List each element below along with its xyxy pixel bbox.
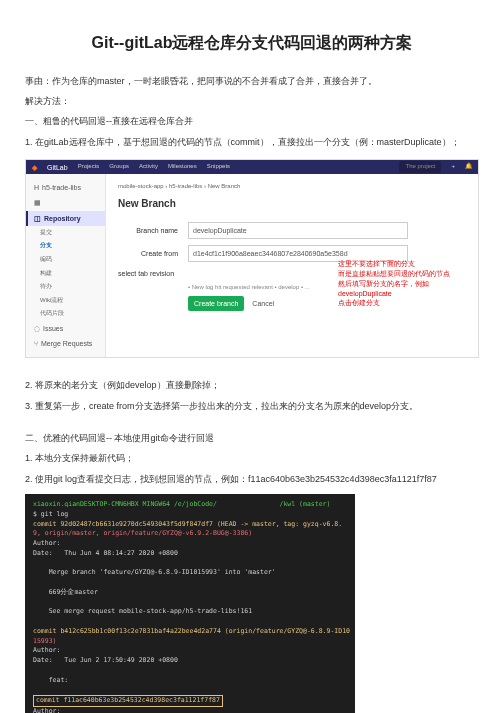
term-line (33, 598, 347, 608)
gitlab-main: mobile-stock-app › h5-trade-libs › New B… (106, 174, 478, 357)
cancel-button[interactable]: Cancel (252, 298, 274, 309)
terminal-screenshot: xiaoxin.qianDESKTOP-CMN6HBX MINGW64 /e/j… (25, 494, 355, 713)
method2-step1: 1. 本地分支保持最新代码； (25, 451, 479, 465)
method1-title: 一、粗鲁的代码回退--直接在远程仓库合并 (25, 114, 479, 128)
term-line: feat: (33, 676, 347, 686)
branch-name-label: Branch name (118, 225, 178, 236)
term-line (33, 559, 347, 569)
gitlab-sidebar: H h5-trade-libs ▦ ◫ Repository 提交 分支 编码 … (26, 174, 106, 357)
solution-label: 解决方法： (25, 94, 479, 108)
method1-step1: 1. 在gitLab远程仓库中，基于想回退的代码的节点（commit），直接拉出… (25, 135, 479, 149)
sidebar-repository[interactable]: ◫ Repository (26, 211, 105, 226)
anno-l4: 点击创建分支 (338, 298, 468, 308)
sidebar-mr[interactable]: ⑂ Merge Requests (26, 336, 105, 351)
anno-l1: 这里不要选择下面的分支 (338, 259, 468, 269)
issues-icon: ◌ (34, 323, 40, 334)
new-branch-heading: New Branch (118, 196, 466, 212)
term-line (33, 666, 347, 676)
term-line (33, 617, 347, 627)
gitlab-logo-icon: ◆ (32, 162, 37, 173)
term-line (33, 685, 347, 695)
project-name: h5-trade-libs (42, 182, 81, 193)
sidebar-repo-label: Repository (44, 213, 81, 224)
red-annotation: 这里不要选择下面的分支 而是直接粘贴想要回退的代码的节点 然后填写新分支的名字，… (338, 259, 468, 308)
term-line: See merge request mobile-stock-app/h5-tr… (33, 607, 347, 617)
sidebar-mr-label: Merge Requests (41, 338, 92, 349)
breadcrumb: mobile-stock-app › h5-trade-libs › New B… (118, 182, 466, 192)
nav-projects[interactable]: Projects (78, 162, 100, 172)
method1-step3: 3. 重复第一步，create from分支选择第一步拉出来的分支，拉出来的分支… (25, 399, 479, 413)
repo-icon: ◫ (34, 213, 41, 224)
plus-icon[interactable]: + (451, 162, 455, 172)
nav-snippets[interactable]: Snippets (207, 162, 230, 172)
term-prompt: xiaoxin.qianDESKTOP-CMN6HBX MINGW64 /e/j… (33, 500, 330, 508)
sidebar-sub-code[interactable]: 编码 (26, 253, 105, 267)
sidebar-sub-build[interactable]: 构建 (26, 267, 105, 281)
nav-groups[interactable]: Groups (109, 162, 129, 172)
term-line: Date: Thu Jun 4 08:14:27 2020 +0800 (33, 549, 347, 559)
term-line: Date: Tue Jun 2 17:50:49 2020 +0800 (33, 656, 347, 666)
term-line: 669分金master (33, 588, 347, 598)
anno-l2: 而是直接粘贴想要回退的代码的节点 (338, 269, 468, 279)
term-line: Merge branch 'feature/GYZQ@-6.8.9-ID1015… (33, 568, 347, 578)
term-line: Author: (33, 707, 347, 713)
method2-step2: 2. 使用git log查看提交日志，找到想回退的节点，例如：f11ac640b… (25, 472, 479, 486)
search-input[interactable]: The project (399, 161, 441, 173)
gitlab-logo-text: GitLab (47, 162, 68, 173)
term-line: commit 92d02487cb6631e9270dc5493043f5d9f… (33, 520, 347, 530)
project-icon: H (34, 182, 39, 193)
term-line: Author: (33, 646, 347, 656)
term-line: 9, origin/master, origin/feature/GYZQ@-v… (33, 529, 347, 539)
nav-activity[interactable]: Activity (139, 162, 158, 172)
sidebar-issues[interactable]: ◌ Issues (26, 321, 105, 336)
notification-icon[interactable]: 🔔 (465, 162, 472, 172)
sidebar-sub-wiki[interactable]: Wiki流程 (26, 294, 105, 308)
sidebar-sub-snippet[interactable]: 代码片段 (26, 307, 105, 321)
create-from-label: Create from (118, 248, 178, 259)
page-title: Git--gitLab远程仓库分支代码回退的两种方案 (25, 30, 479, 56)
term-line: 15993) (33, 637, 347, 647)
term-cmd: $ git log (33, 510, 347, 520)
sidebar-sub-commit[interactable]: 提交 (26, 226, 105, 240)
sidebar-sub-todo[interactable]: 待办 (26, 280, 105, 294)
nav-milestones[interactable]: Milestones (168, 162, 197, 172)
method2-title: 二、优雅的代码回退-- 本地使用git命令进行回退 (25, 431, 479, 445)
create-branch-button[interactable]: Create branch (188, 296, 244, 311)
gitlab-screenshot: ◆ GitLab Projects Groups Activity Milest… (25, 159, 479, 358)
sidebar-project[interactable]: H h5-trade-libs (26, 180, 105, 195)
term-line: Author: (33, 539, 347, 549)
term-line: commit b412c625bb1c00f13c2e7831baf4a22be… (33, 627, 347, 637)
method1-step2: 2. 将原来的老分支（例如develop）直接删除掉； (25, 378, 479, 392)
sidebar-issues-label: Issues (43, 323, 63, 334)
gitlab-topbar: ◆ GitLab Projects Groups Activity Milest… (26, 160, 478, 174)
term-line (33, 578, 347, 588)
term-line: commit f11ac640b63e3b254532c4d398ec3fa11… (33, 695, 347, 707)
mr-icon: ⑂ (34, 338, 38, 349)
sidebar-overview[interactable]: ▦ (26, 195, 105, 210)
anno-l3: 然后填写新分支的名字，例如developDuplicate (338, 279, 468, 299)
sidebar-sub-branch[interactable]: 分支 (26, 239, 105, 253)
intro-text: 事由：作为仓库的master，一时老眼昏花，把同事说的不合并看成了合并，直接合并… (25, 74, 479, 88)
branch-name-input[interactable]: developDuplicate (188, 222, 408, 239)
